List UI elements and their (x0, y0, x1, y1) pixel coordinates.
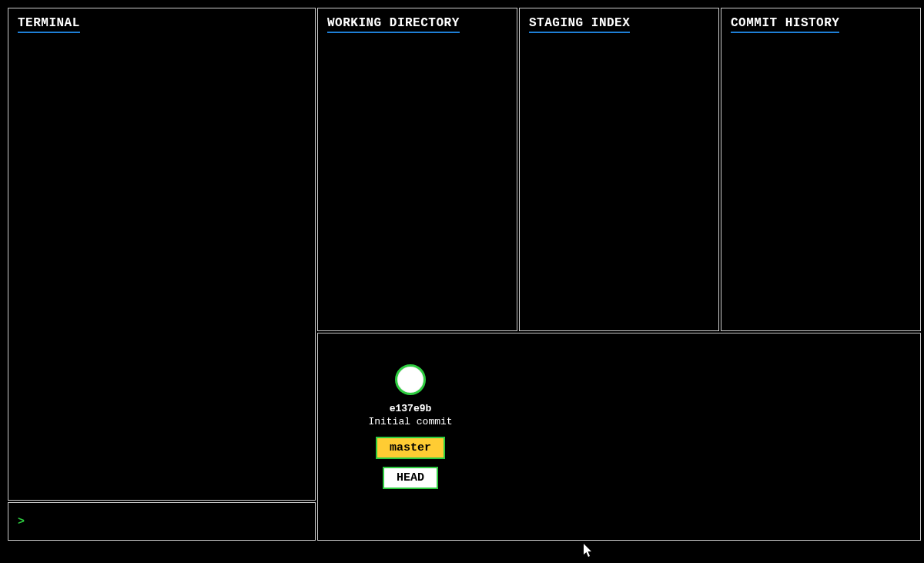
commit-circle-icon (395, 364, 426, 395)
staging-index-title: STAGING INDEX (529, 16, 630, 33)
commit-graph-panel: e137e9b Initial commit master HEAD (317, 333, 921, 541)
prompt-symbol: > (18, 515, 25, 528)
commit-hash: e137e9b (390, 403, 432, 414)
terminal-input[interactable] (29, 515, 306, 528)
commit-message: Initial commit (368, 416, 452, 427)
terminal-input-panel[interactable]: > (8, 502, 316, 541)
commit-history-panel: COMMIT HISTORY (721, 8, 921, 331)
branch-tag: master (376, 437, 445, 459)
staging-index-panel: STAGING INDEX (519, 8, 719, 331)
working-directory-panel: WORKING DIRECTORY (317, 8, 517, 331)
commit-node: e137e9b Initial commit master HEAD (357, 364, 464, 489)
commit-history-title: COMMIT HISTORY (731, 16, 839, 33)
head-tag: HEAD (383, 467, 438, 489)
working-directory-title: WORKING DIRECTORY (327, 16, 460, 33)
mouse-cursor-icon (584, 544, 594, 561)
terminal-title: TERMINAL (18, 16, 80, 33)
terminal-panel: TERMINAL (8, 8, 316, 501)
